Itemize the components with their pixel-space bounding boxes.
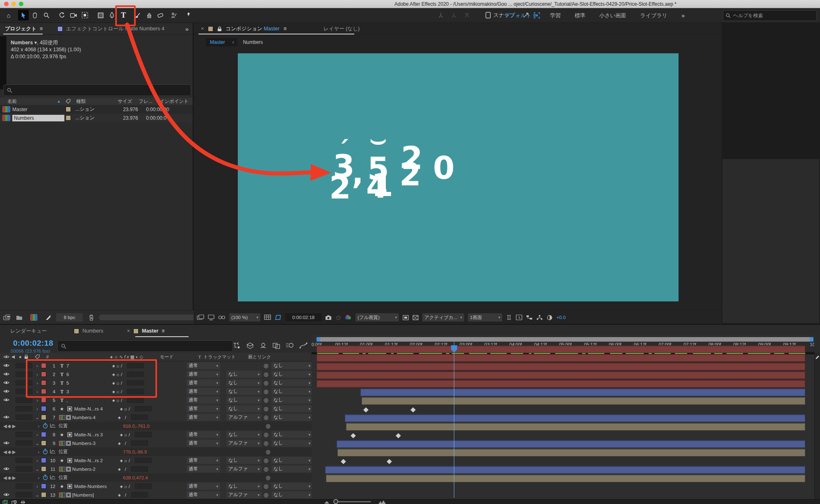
parent-dropdown[interactable]: なし▾: [271, 388, 312, 395]
roto-brush-tool-icon[interactable]: [169, 10, 180, 21]
eye-icon[interactable]: [3, 467, 9, 471]
transparency-grid-icon[interactable]: [412, 315, 419, 320]
lock-icon[interactable]: [217, 26, 222, 32]
layer-switches[interactable]: ♠☼/: [112, 381, 123, 385]
layer-name[interactable]: Matte-Numbers: [74, 484, 120, 489]
layer-color-swatch[interactable]: [41, 389, 46, 394]
expander-icon[interactable]: ›: [35, 398, 39, 403]
layer-color-swatch[interactable]: [41, 492, 46, 497]
clone-stamp-tool-icon[interactable]: [144, 10, 154, 21]
position-label[interactable]: 位置: [58, 423, 68, 429]
zoom-level-dropdown[interactable]: (100 %)▾: [229, 313, 260, 322]
expander-icon[interactable]: ⌄: [35, 415, 39, 420]
puppet-pin-tool-icon[interactable]: [183, 10, 194, 21]
property-pickwhip-icon[interactable]: ◎: [266, 423, 270, 429]
close-tab-icon[interactable]: ×: [201, 26, 204, 32]
parent-dropdown[interactable]: なし▾: [271, 440, 312, 447]
expander-icon[interactable]: ⌄: [35, 492, 39, 498]
trackmatte-column-header[interactable]: トラックマット: [203, 354, 236, 360]
layer-color-swatch[interactable]: [41, 406, 46, 411]
blend-mode-dropdown[interactable]: 通常▾: [187, 440, 220, 447]
master-comp-tab[interactable]: Master: [142, 328, 158, 334]
keyframe-diamond[interactable]: [396, 433, 401, 438]
layer-duration-bar[interactable]: [337, 440, 805, 448]
layer-row-11[interactable]: ⌄ 11 Numbers-2 ♠ / 通常▾ アルファ▾ ◎ なし▾: [0, 465, 311, 474]
text-tool-icon[interactable]: T: [118, 10, 129, 21]
project-item-name[interactable]: Master: [12, 107, 27, 112]
layer-color-swatch[interactable]: [41, 397, 46, 403]
eye-icon[interactable]: [3, 398, 9, 402]
grid-guides-icon[interactable]: [264, 315, 271, 321]
hand-tool-icon[interactable]: [30, 10, 40, 21]
property-pickwhip-icon[interactable]: ◎: [266, 449, 270, 455]
trackmatte-dropdown[interactable]: アルファ▾: [226, 440, 262, 447]
parent-dropdown[interactable]: なし▾: [271, 457, 312, 464]
label-column-icon[interactable]: [66, 99, 71, 104]
blend-mode-dropdown[interactable]: 通常▾: [187, 457, 220, 464]
parent-dropdown[interactable]: なし▾: [271, 483, 312, 490]
layer-row-10[interactable]: › 10 ★ Matte-N...rs 2 ♠☼/ 通常▾ なし▾ ◎ なし▾: [0, 456, 311, 465]
expander-icon[interactable]: ›: [35, 389, 39, 394]
layer-row-13[interactable]: ⌄ 13 [Numbers] ♠ / 通常▾ アルファ▾ ◎ なし▾: [0, 490, 311, 499]
layer-switches[interactable]: ♠ /: [118, 467, 127, 472]
layer-duration-bar[interactable]: [317, 363, 805, 370]
breadcrumb-numbers[interactable]: Numbers: [243, 39, 263, 45]
viewer-menu-icon[interactable]: ≡: [284, 26, 287, 32]
effect-controls-tab[interactable]: エフェクトコントロール Matte Numbers 4: [66, 25, 164, 32]
trackmatte-dropdown[interactable]: なし▾: [226, 379, 262, 386]
close-master-tab-icon[interactable]: ×: [127, 328, 130, 334]
numbers-comp-tab[interactable]: Numbers: [82, 328, 103, 334]
lock-column-icon[interactable]: [24, 354, 28, 359]
graph-icon[interactable]: [50, 475, 56, 479]
layer-name[interactable]: Matte-N...rs 2: [74, 458, 120, 463]
layer-duration-bar[interactable]: [317, 345, 805, 353]
keyframe-nav[interactable]: ◀◆▶: [3, 423, 17, 429]
parent-dropdown[interactable]: なし▾: [271, 465, 312, 472]
help-search-input[interactable]: ヘルプを検索: [723, 10, 817, 21]
composition-tab[interactable]: コンポジション Master: [226, 25, 279, 32]
keyframe-diamond[interactable]: [411, 407, 416, 413]
parent-dropdown[interactable]: なし▾: [271, 379, 312, 386]
layer-row-12[interactable]: › 12 ★ Matte-Numbers ♠☼/ 通常▾ なし▾ ◎ なし▾: [0, 482, 311, 491]
property-expander-icon[interactable]: ›: [38, 475, 40, 480]
layer-color-swatch[interactable]: [41, 458, 46, 463]
zoom-window-button[interactable]: [19, 2, 23, 6]
workspace-overflow-chevron[interactable]: »: [681, 12, 685, 19]
layer-name[interactable]: Numbers-2: [72, 467, 118, 472]
channels-icon[interactable]: [345, 315, 352, 320]
mode-column-header[interactable]: モード: [160, 354, 174, 360]
work-area-end-handle[interactable]: [810, 337, 813, 342]
solo-column-icon[interactable]: ●: [19, 354, 22, 359]
layer-name[interactable]: 3: [66, 389, 112, 394]
layer-row-7[interactable]: ⌄ 7 Numbers-4 ♠ / 通常▾ アルファ▾ ◎ なし▾: [0, 413, 311, 422]
blend-mode-dropdown[interactable]: 通常▾: [187, 397, 220, 404]
eye-icon[interactable]: [3, 415, 9, 419]
camera-tool-icon[interactable]: [68, 10, 79, 21]
expander-icon[interactable]: ›: [35, 372, 39, 377]
layer-color-swatch[interactable]: [41, 466, 46, 472]
parent-pickwhip-icon[interactable]: ◎: [264, 483, 268, 489]
layer-duration-bar[interactable]: [345, 414, 805, 422]
layer-name[interactable]: 5: [66, 381, 112, 385]
position-value[interactable]: 776.0,-96.9: [123, 449, 147, 454]
layer-color-swatch[interactable]: [41, 483, 46, 489]
breadcrumb-master[interactable]: Master: [206, 38, 229, 46]
parent-dropdown[interactable]: なし▾: [271, 431, 312, 438]
layer-duration-bar[interactable]: [346, 423, 805, 431]
rotate-tool-icon[interactable]: [57, 10, 67, 21]
zoom-in-mountains-icon[interactable]: [378, 500, 386, 504]
parent-dropdown[interactable]: なし▾: [271, 414, 312, 421]
video-column-icon[interactable]: [3, 355, 9, 359]
in-out-handles-icon[interactable]: [20, 500, 25, 504]
blend-mode-dropdown[interactable]: 通常▾: [187, 431, 220, 438]
parent-pickwhip-icon[interactable]: ◎: [264, 431, 268, 438]
col-framerate[interactable]: フレ...: [139, 98, 152, 105]
view-axis-mode-icon[interactable]: [462, 10, 472, 21]
composition-mini-flowchart-icon[interactable]: [233, 342, 241, 349]
label-column-icon[interactable]: [35, 354, 40, 359]
parent-pickwhip-icon[interactable]: ◎: [264, 397, 268, 403]
primary-viewer-icon[interactable]: [208, 315, 214, 320]
position-property-row[interactable]: ◀◆▶ › 位置 916.0,-761.0 ◎: [0, 422, 311, 431]
layer-row-5[interactable]: › 5 T , ♠☼/ 通常▾ なし▾ ◎ なし▾: [0, 396, 311, 405]
layer-switches[interactable]: ♠☼/: [120, 458, 131, 463]
